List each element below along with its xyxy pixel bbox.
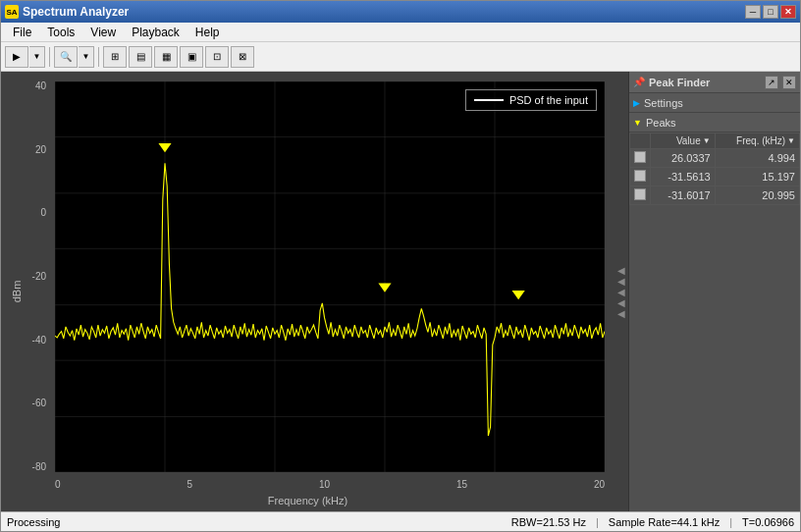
status-sep-1: | (596, 516, 599, 528)
layout-btn-3[interactable]: ▦ (154, 46, 178, 68)
toolbar-group-1: ▶ ▼ (5, 46, 45, 68)
settings-section-title: Settings (644, 97, 683, 109)
y-axis-unit: dBm (11, 281, 23, 303)
toolbar: ▶ ▼ 🔍 ▼ ⊞ ▤ ▦ ▣ ⊡ ⊠ (1, 42, 800, 72)
title-bar: SA Spectrum Analyzer ─ □ ✕ (1, 1, 800, 23)
peak1-check[interactable] (630, 149, 651, 168)
svg-marker-16 (512, 291, 525, 299)
peak-finder-header: 📌 Peak Finder ↗ ✕ (629, 72, 800, 93)
maximize-button[interactable]: □ (763, 5, 778, 19)
peak2-check[interactable] (630, 168, 651, 186)
peaks-section-header[interactable]: ▼ Peaks (629, 113, 800, 133)
col-header-freq[interactable]: Freq. (kHz) ▼ (715, 133, 799, 149)
freq-sort-icon: ▼ (787, 136, 795, 145)
layout-btn-2[interactable]: ▤ (129, 46, 152, 68)
toolbar-sep-2 (98, 47, 99, 67)
play-dropdown[interactable]: ▼ (29, 46, 45, 68)
status-sample-rate: Sample Rate=44.1 kHz (609, 516, 720, 528)
y-label-n40: -40 (32, 336, 46, 346)
y-axis-labels: 40 20 0 -20 -40 -60 -80 (1, 81, 50, 472)
toolbar-sep-1 (49, 47, 50, 67)
collapse-arrow-3: ◀ (617, 287, 625, 297)
peak3-check[interactable] (630, 186, 651, 205)
close-button[interactable]: ✕ (780, 5, 796, 19)
peak-finder-title: Peak Finder (649, 77, 761, 88)
status-right: RBW=21.53 Hz | Sample Rate=44.1 kHz | T=… (511, 516, 794, 528)
menu-tools[interactable]: Tools (39, 24, 82, 41)
x-axis-unit: Frequency (kHz) (268, 495, 347, 506)
peak1-freq: 4.994 (715, 149, 799, 168)
toolbar-group-2: 🔍 ▼ (54, 46, 94, 68)
legend-text: PSD of the input (509, 94, 588, 106)
svg-marker-14 (158, 143, 171, 152)
checkbox-3[interactable] (634, 188, 646, 200)
collapse-arrow-4: ◀ (617, 297, 625, 308)
settings-expand-arrow: ▶ (633, 98, 640, 108)
checkbox-2[interactable] (634, 170, 646, 182)
y-label-0: 0 (40, 208, 46, 218)
status-left: Processing (7, 516, 511, 528)
peaks-table: Value ▼ Freq. (kHz) ▼ (629, 133, 800, 205)
x-axis-labels: 0 5 10 15 20 (55, 479, 605, 490)
collapse-arrow-5: ◀ (617, 308, 625, 319)
layout-btn-4[interactable]: ▣ (180, 46, 203, 68)
menu-file[interactable]: File (5, 24, 39, 41)
main-window: SA Spectrum Analyzer ─ □ ✕ File Tools Vi… (0, 0, 801, 532)
col-header-value[interactable]: Value ▼ (651, 133, 716, 149)
plot-area: 40 20 0 -20 -40 -60 -80 dBm (1, 72, 614, 511)
minimize-button[interactable]: ─ (745, 5, 761, 19)
status-bar: Processing RBW=21.53 Hz | Sample Rate=44… (1, 511, 800, 531)
menu-view[interactable]: View (82, 24, 124, 41)
peak3-value: -31.6017 (651, 186, 716, 205)
layout-btn-1[interactable]: ⊞ (103, 46, 127, 68)
layout-btn-5[interactable]: ⊡ (205, 46, 229, 68)
table-row: -31.6017 20.995 (630, 186, 800, 205)
menu-bar: File Tools View Playback Help (1, 23, 800, 42)
main-content: 40 20 0 -20 -40 -60 -80 dBm (1, 72, 800, 511)
menu-playback[interactable]: Playback (124, 24, 187, 41)
value-sort-icon: ▼ (703, 136, 711, 145)
svg-marker-15 (378, 283, 391, 292)
peak3-freq: 20.995 (715, 186, 799, 205)
panel-close-button[interactable]: ✕ (782, 76, 796, 89)
y-label-n80: -80 (32, 462, 46, 472)
window-icon: SA (5, 5, 19, 19)
peak1-value: 26.0337 (651, 149, 716, 168)
checkbox-1[interactable] (634, 151, 646, 163)
undock-button[interactable]: ↗ (765, 76, 778, 89)
x-label-20: 20 (594, 479, 605, 490)
table-row: -31.5613 15.197 (630, 168, 800, 186)
x-label-15: 15 (456, 479, 467, 490)
window-title: Spectrum Analyzer (23, 5, 745, 19)
x-label-5: 5 (187, 479, 192, 490)
peak2-freq: 15.197 (715, 168, 799, 186)
play-button[interactable]: ▶ (5, 46, 28, 68)
zoom-dropdown[interactable]: ▼ (79, 46, 94, 68)
peaks-expand-arrow: ▼ (633, 118, 642, 128)
y-label-n20: -20 (32, 272, 46, 282)
legend-box: PSD of the input (465, 89, 597, 111)
peak-finder-panel: 📌 Peak Finder ↗ ✕ ▶ Settings ▼ Peaks (628, 72, 800, 511)
menu-help[interactable]: Help (187, 24, 228, 41)
status-time: T=0.06966 (742, 516, 794, 528)
x-label-0: 0 (55, 479, 61, 490)
status-rbw: RBW=21.53 Hz (511, 516, 586, 528)
y-label-n60: -60 (32, 399, 46, 408)
peaks-section-title: Peaks (646, 117, 676, 129)
pin-icon: 📌 (633, 77, 645, 87)
collapse-arrow-1: ◀ (617, 265, 625, 276)
collapse-arrow-2: ◀ (617, 276, 625, 287)
zoom-button[interactable]: 🔍 (54, 46, 78, 68)
status-sep-2: | (729, 516, 732, 528)
layout-btn-6[interactable]: ⊠ (231, 46, 254, 68)
y-label-40: 40 (35, 81, 46, 91)
y-label-20: 20 (35, 145, 46, 155)
x-label-10: 10 (319, 479, 330, 490)
collapse-arrows[interactable]: ◀ ◀ ◀ ◀ ◀ (614, 72, 628, 511)
legend-line (474, 99, 504, 101)
plot-canvas[interactable]: PSD of the input (55, 81, 605, 472)
window-controls: ─ □ ✕ (745, 5, 796, 19)
peak2-value: -31.5613 (651, 168, 716, 186)
settings-section-header[interactable]: ▶ Settings (629, 93, 800, 113)
col-header-check (630, 133, 651, 149)
